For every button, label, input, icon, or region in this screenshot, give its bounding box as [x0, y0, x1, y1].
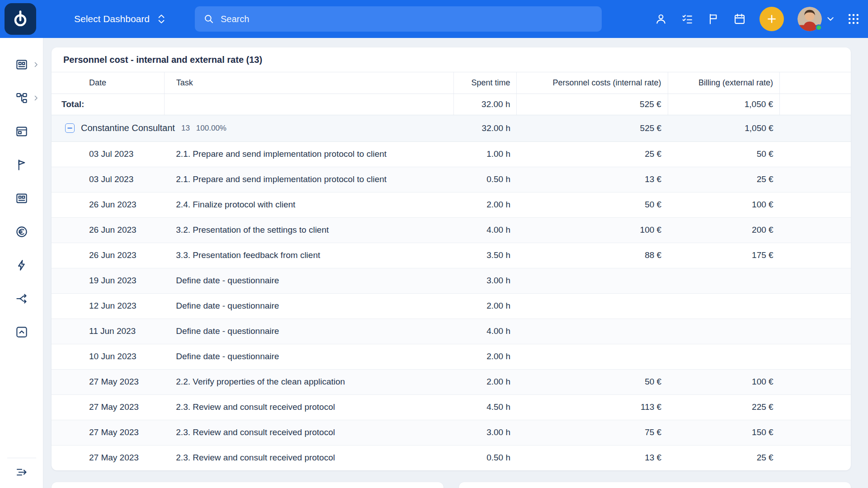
widget-header: Personnel cost - internal and external r… [52, 47, 851, 72]
topbar-actions [655, 7, 860, 31]
sidebar-item-dashboard[interactable] [0, 48, 43, 81]
minus-icon [67, 126, 72, 131]
cell-billing: 225 € [668, 394, 780, 420]
sidebar-item-workflow[interactable] [0, 282, 43, 315]
group-personnel-costs: 525 € [517, 115, 668, 141]
cell-empty [780, 394, 851, 420]
cell-spent-time: 4.00 h [453, 217, 517, 243]
sidebar-item-milestones[interactable] [0, 148, 43, 182]
column-header-spent-time: Spent time [453, 72, 517, 94]
dashboard-icon [15, 58, 28, 71]
cell-empty [780, 293, 851, 319]
cell-spent-time: 2.00 h [453, 369, 517, 394]
cell-date: 26 Jun 2023 [52, 192, 164, 217]
cell-personnel-costs: 113 € [517, 394, 668, 420]
calendar-icon[interactable] [733, 13, 746, 25]
top-bar: Select Dashboard [0, 0, 868, 38]
group-empty-cell [780, 115, 851, 141]
euro-icon [15, 225, 28, 239]
cell-task: 2.2. Verify properties of the clean appl… [164, 369, 453, 394]
cell-task: 2.3. Review and consult received protoco… [164, 394, 453, 420]
dashboard-selector[interactable]: Select Dashboard [74, 13, 165, 25]
top-projects-costs-widget: Personnel costs - top 5 projects (13) [459, 482, 851, 488]
cell-date: 26 Jun 2023 [52, 243, 164, 268]
apps-grid-icon[interactable] [847, 13, 860, 25]
cell-personnel-costs [517, 319, 668, 344]
cell-spent-time: 4.00 h [453, 319, 517, 344]
column-header-empty [780, 72, 851, 94]
sidebar-item-boards[interactable] [0, 115, 43, 148]
table-row: 03 Jul 20232.1. Prepare and send impleme… [52, 141, 851, 167]
box-chevron-up-icon [15, 325, 28, 339]
table-row: 10 Jun 2023Define date - questionnaire2.… [52, 344, 851, 369]
application-window: Select Dashboard [0, 0, 868, 488]
cell-spent-time: 1.00 h [453, 141, 517, 167]
flag-icon[interactable] [707, 13, 720, 25]
sidebar-item-finance[interactable] [0, 215, 43, 249]
cell-billing: 50 € [668, 141, 780, 167]
sidebar-item-modules[interactable] [0, 182, 43, 215]
cell-date: 26 Jun 2023 [52, 217, 164, 243]
cell-billing [668, 344, 780, 369]
cell-date: 27 May 2023 [52, 420, 164, 445]
cell-personnel-costs: 100 € [517, 217, 668, 243]
sidebar-item-quick-actions[interactable] [0, 249, 43, 282]
cell-personnel-costs: 88 € [517, 243, 668, 268]
cell-empty [780, 217, 851, 243]
tasks-checklist-icon[interactable] [681, 13, 693, 25]
user-icon[interactable] [655, 13, 667, 25]
cell-empty [780, 319, 851, 344]
cell-billing: 25 € [668, 445, 780, 470]
cell-task: Define date - questionnaire [164, 344, 453, 369]
collapse-group-button[interactable] [65, 123, 75, 133]
quick-add-button[interactable] [760, 7, 784, 31]
project-tree-icon [15, 91, 28, 105]
cell-billing: 200 € [668, 217, 780, 243]
sidebar-item-project-tree[interactable] [0, 81, 43, 115]
total-billing: 1,050 € [668, 94, 780, 115]
cell-billing: 175 € [668, 243, 780, 268]
cell-billing [668, 268, 780, 293]
cell-task: 2.3. Review and consult received protoco… [164, 420, 453, 445]
report-body: Total: 32.00 h 525 € 1,050 € [52, 94, 851, 470]
column-header-personnel-costs: Personnel costs (internal rate) [517, 72, 668, 94]
cell-billing: 150 € [668, 420, 780, 445]
cell-spent-time: 3.00 h [453, 268, 517, 293]
search-icon [203, 13, 215, 25]
modules-icon [15, 192, 28, 205]
collapse-sidebar-button[interactable] [15, 465, 28, 479]
cell-date: 03 Jul 2023 [52, 167, 164, 192]
cell-task: 2.1. Prepare and send implementation pro… [164, 141, 453, 167]
cell-personnel-costs: 13 € [517, 167, 668, 192]
cell-date: 11 Jun 2023 [52, 319, 164, 344]
total-label: Total: [52, 94, 164, 115]
cell-empty [780, 268, 851, 293]
table-row: 26 Jun 20232.4. Finalize protocol with c… [52, 192, 851, 217]
cell-spent-time: 2.00 h [453, 293, 517, 319]
cell-date: 19 Jun 2023 [52, 268, 164, 293]
cell-personnel-costs [517, 344, 668, 369]
sidebar-item-archive[interactable] [0, 315, 43, 349]
cell-billing: 100 € [668, 192, 780, 217]
cell-empty [780, 167, 851, 192]
global-search [195, 6, 602, 32]
chevron-right-icon [34, 95, 38, 101]
table-row: 19 Jun 2023Define date - questionnaire3.… [52, 268, 851, 293]
personnel-cost-widget: Personnel cost - internal and external r… [52, 47, 851, 470]
cell-personnel-costs: 13 € [517, 445, 668, 470]
chevron-right-icon [34, 62, 38, 67]
group-billing: 1,050 € [668, 115, 780, 141]
cell-task: 2.1. Prepare and send implementation pro… [164, 167, 453, 192]
table-row: 27 May 20232.3. Review and consult recei… [52, 445, 851, 470]
cell-date: 03 Jul 2023 [52, 141, 164, 167]
app-logo[interactable] [5, 3, 36, 35]
user-menu[interactable] [797, 7, 834, 31]
table-row: 27 May 20232.3. Review and consult recei… [52, 394, 851, 420]
group-row-consultant[interactable]: Constantine Consultant 13 100.00% 32.00 … [52, 115, 851, 141]
cell-billing: 25 € [668, 167, 780, 192]
lightning-icon [15, 258, 28, 272]
total-task-cell [164, 94, 453, 115]
table-row: 27 May 20232.2. Verify properties of the… [52, 369, 851, 394]
search-input[interactable] [221, 14, 594, 24]
cell-empty [780, 192, 851, 217]
